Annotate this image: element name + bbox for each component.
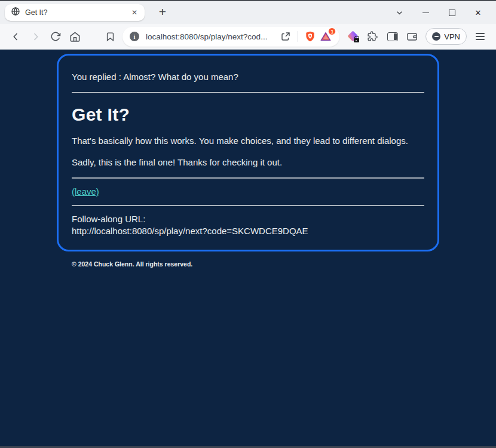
forward-button[interactable] xyxy=(26,27,45,47)
reload-button[interactable] xyxy=(45,27,65,47)
minimize-button[interactable] xyxy=(412,1,439,24)
tab-strip: Get It? ✕ + ✕ xyxy=(0,1,496,24)
divider xyxy=(72,177,424,179)
hamburger-icon xyxy=(476,33,485,40)
follow-along-label: Follow-along URL: xyxy=(72,214,145,224)
maximize-icon xyxy=(449,10,455,16)
url-text[interactable]: localhost:8080/sp/play/next?cod... xyxy=(146,32,278,41)
dialog-paragraph-2: Sadly, this is the final one! Thanks for… xyxy=(72,157,424,168)
brave-rewards-icon[interactable]: 1 xyxy=(318,29,333,44)
close-window-button[interactable]: ✕ xyxy=(465,1,491,24)
browser-tab[interactable]: Get It? ✕ xyxy=(5,4,145,21)
url-actions-separator xyxy=(298,31,298,42)
rewards-badge: 1 xyxy=(328,27,336,35)
minimize-icon xyxy=(422,13,429,13)
new-tab-button[interactable]: + xyxy=(154,4,171,21)
extensions-puzzle-icon[interactable] xyxy=(363,27,382,47)
sidebar-toggle-icon[interactable] xyxy=(382,27,402,47)
copyright-text: © 2024 Chuck Glenn. All rights reserved. xyxy=(72,260,496,268)
follow-along-block: Follow-along URL: http://localhost:8080/… xyxy=(72,213,424,238)
dialog-card: You replied : Almost? What do you mean? … xyxy=(57,54,439,251)
divider xyxy=(72,205,424,206)
page-content: You replied : Almost? What do you mean? … xyxy=(0,50,496,446)
bookmarks-button[interactable] xyxy=(100,27,120,47)
dialog-paragraph-1: That's basically how this works. You mak… xyxy=(72,135,424,147)
back-button[interactable] xyxy=(6,27,26,47)
brave-shield-icon[interactable] xyxy=(302,29,318,44)
menu-button[interactable] xyxy=(470,27,490,47)
divider xyxy=(72,92,424,93)
password-manager-extension-icon[interactable] xyxy=(343,27,363,47)
replied-line: You replied : Almost? What do you mean? xyxy=(72,71,424,83)
tab-close-icon[interactable]: ✕ xyxy=(129,7,140,18)
browser-toolbar: i localhost:8080/sp/play/next?cod... xyxy=(0,24,496,50)
vpn-icon xyxy=(432,32,440,41)
share-icon[interactable] xyxy=(278,29,293,44)
wallet-icon[interactable] xyxy=(402,27,422,47)
home-button[interactable] xyxy=(65,27,85,47)
tab-title: Get It? xyxy=(25,8,124,17)
leave-link[interactable]: (leave) xyxy=(72,186,99,197)
address-bar[interactable]: i localhost:8080/sp/play/next?cod... xyxy=(123,27,339,47)
vpn-button[interactable]: VPN xyxy=(425,28,467,45)
tab-search-chevron-icon[interactable] xyxy=(386,1,412,24)
site-info-icon[interactable]: i xyxy=(130,32,139,41)
page-title: Get It? xyxy=(72,105,424,125)
globe-favicon-icon xyxy=(11,7,20,19)
browser-window: Get It? ✕ + ✕ xyxy=(0,0,496,448)
lock-icon xyxy=(354,38,359,42)
window-controls: ✕ xyxy=(386,1,491,24)
follow-along-url: http://localhost:8080/sp/play/next?code=… xyxy=(72,226,308,236)
maximize-button[interactable] xyxy=(439,1,465,24)
